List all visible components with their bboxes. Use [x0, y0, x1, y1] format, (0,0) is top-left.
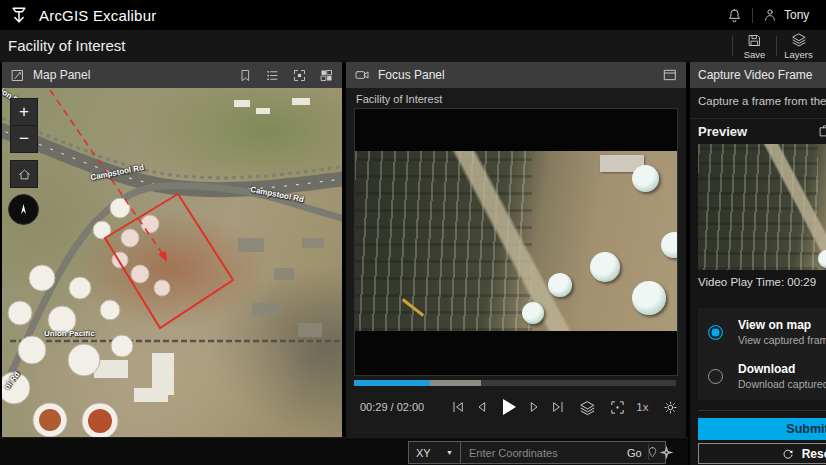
- skip-to-end-button[interactable]: [550, 399, 566, 415]
- focus-panel-title: Focus Panel: [378, 68, 445, 82]
- skip-to-start-button[interactable]: [450, 399, 466, 415]
- page-title: Facility of Interest: [8, 37, 126, 54]
- excalibur-logo-icon: [9, 5, 29, 25]
- save-label: Save: [744, 49, 766, 60]
- capture-panel-title: Capture Video Frame: [698, 68, 813, 82]
- video-road: [355, 151, 677, 331]
- layers-icon: [791, 32, 807, 48]
- panel-layout-icon[interactable]: [662, 67, 678, 83]
- page-toolbar: Facility of Interest Save Layers: [0, 30, 826, 62]
- preview-road: [698, 144, 826, 270]
- focus-panel: Focus Panel Facility of Interest: [346, 62, 686, 437]
- video-tank: [632, 281, 666, 315]
- map-label-railroad-center: Union Pacific: [44, 329, 95, 338]
- preview-expand-icon[interactable]: [818, 124, 826, 143]
- coordinate-input[interactable]: [461, 442, 625, 463]
- user-menu[interactable]: Tony: [762, 7, 809, 23]
- step-forward-button[interactable]: [527, 399, 543, 415]
- submit-button[interactable]: Submit: [698, 418, 826, 440]
- option-download-desc: Download captured frame as an image: [738, 378, 826, 390]
- user-name: Tony: [784, 8, 809, 22]
- layers-label: Layers: [784, 49, 813, 60]
- video-controls: 00:29 / 02:00: [346, 390, 686, 424]
- coordinate-bar-divider: [648, 444, 649, 460]
- option-download-label: Download: [738, 362, 826, 376]
- video-progress-bar[interactable]: [354, 380, 676, 386]
- home-icon: [17, 167, 32, 182]
- save-button[interactable]: Save: [733, 33, 776, 60]
- video-viewport[interactable]: [354, 108, 678, 376]
- compass-rose-icon: [658, 444, 675, 461]
- notifications-bell-icon[interactable]: [726, 7, 743, 24]
- preview-label: Preview: [698, 124, 747, 139]
- compass-button[interactable]: [8, 194, 39, 225]
- video-camera-icon: [354, 67, 370, 83]
- divider: [690, 118, 826, 119]
- frame-extent-button[interactable]: [609, 399, 626, 416]
- capture-panel-header: Capture Video Frame: [690, 62, 826, 88]
- video-time: 00:29 / 02:00: [360, 401, 424, 413]
- map-panel: Map Panel: [2, 62, 342, 437]
- video-play-time: Video Play Time: 00:29: [698, 276, 816, 288]
- focus-panel-header: Focus Panel: [346, 62, 686, 88]
- option-view-label: View on map: [738, 318, 826, 332]
- expand-extent-icon[interactable]: [292, 68, 307, 83]
- header-divider: [752, 8, 753, 23]
- app-title: ArcGIS Excalibur: [39, 7, 156, 24]
- go-button[interactable]: Go: [625, 447, 646, 459]
- coordinate-group: XY ▼ Go: [408, 441, 666, 464]
- capture-video-frame-panel: Capture Video Frame Capture a frame from…: [688, 62, 826, 465]
- option-download[interactable]: Download Download captured frame as an i…: [708, 362, 826, 390]
- capture-description: Capture a frame from the video focus pan…: [698, 95, 826, 107]
- coordinate-format-value: XY: [416, 447, 431, 459]
- compass-needle-icon: [16, 202, 31, 217]
- compass-rose-button[interactable]: [656, 442, 676, 462]
- home-extent-button[interactable]: [10, 160, 38, 188]
- map-panel-icon: [10, 68, 25, 83]
- zoom-out-button[interactable]: −: [10, 125, 38, 153]
- zoom-in-button[interactable]: +: [10, 98, 38, 126]
- option-view-desc: View captured frame in the map: [738, 334, 826, 346]
- person-icon: [762, 7, 778, 23]
- map-artwork: [2, 88, 342, 437]
- legend-list-icon[interactable]: [265, 68, 280, 83]
- map-panel-header: Map Panel: [2, 62, 342, 88]
- layers-button[interactable]: Layers: [777, 32, 820, 60]
- basemap-grid-icon[interactable]: [319, 68, 334, 83]
- video-title: Facility of Interest: [356, 93, 442, 105]
- radio-selected-icon[interactable]: [708, 325, 723, 340]
- preview-tank: [818, 250, 826, 268]
- reset-icon: [781, 447, 795, 461]
- coordinate-bar: XY ▼ Go: [0, 437, 688, 465]
- reset-label: Reset: [802, 447, 826, 461]
- chevron-down-icon: ▼: [446, 449, 453, 456]
- settings-gear-icon[interactable]: [662, 399, 679, 416]
- map-view[interactable]: Union Pacific Campstool Rd Campstool Rd …: [2, 88, 342, 437]
- app-header: ArcGIS Excalibur Tony: [0, 0, 826, 31]
- progress-played: [354, 380, 430, 386]
- option-view-on-map[interactable]: View on map View captured frame in the m…: [708, 318, 826, 346]
- playback-speed[interactable]: 1x: [636, 401, 648, 413]
- video-frame: [355, 151, 677, 331]
- video-layers-button[interactable]: [579, 399, 596, 416]
- video-tank: [590, 252, 620, 282]
- arcgis-excalibur-app: ArcGIS Excalibur Tony Facility of Intere…: [0, 0, 826, 465]
- map-panel-title: Map Panel: [33, 68, 90, 82]
- coordinate-format-dropdown[interactable]: XY ▼: [409, 442, 461, 463]
- bookmark-icon[interactable]: [238, 68, 253, 83]
- reset-button[interactable]: Reset: [698, 443, 826, 464]
- radio-unselected-icon[interactable]: [708, 369, 723, 384]
- preview-image: [698, 144, 826, 270]
- step-back-button[interactable]: [473, 399, 489, 415]
- progress-buffered: [430, 380, 481, 386]
- save-floppy-icon: [747, 33, 762, 48]
- divider: [698, 410, 826, 411]
- play-button[interactable]: [496, 395, 520, 419]
- capture-options: View on map View captured frame in the m…: [698, 308, 826, 400]
